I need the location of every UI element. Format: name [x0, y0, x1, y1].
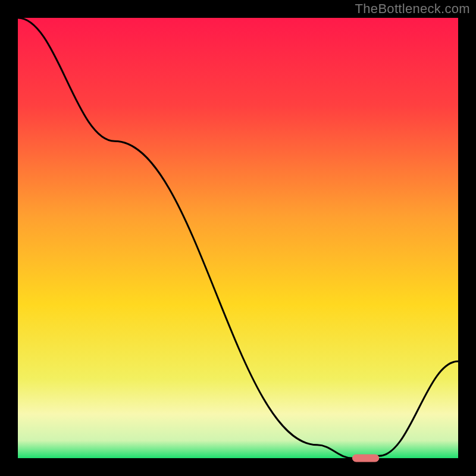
bottleneck-chart [0, 0, 476, 476]
chart-container: TheBottleneck.com [0, 0, 476, 476]
chart-gradient-background [18, 18, 458, 458]
optimal-range-marker [352, 455, 378, 462]
watermark-text: TheBottleneck.com [355, 1, 470, 17]
